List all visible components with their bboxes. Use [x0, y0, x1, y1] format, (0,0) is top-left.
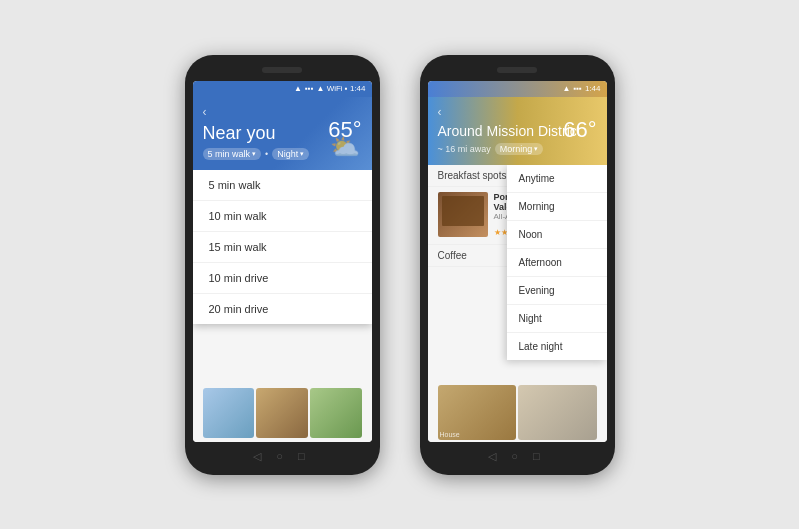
- wifi-icon-2: ▲: [562, 84, 570, 93]
- dropdown-item-4[interactable]: 10 min drive: [193, 263, 372, 294]
- distance-dropdown[interactable]: 5 min walk 10 min walk 15 min walk 10 mi…: [193, 170, 372, 324]
- dropdown-item-5[interactable]: 20 min drive: [193, 294, 372, 324]
- phone-2: ▲ ▪▪▪ 1:44 ‹ Around Mission District 66°…: [420, 55, 615, 475]
- time-1: ▲ WiFi ▪ 1:44: [317, 84, 366, 93]
- status-bar-2: ▲ ▪▪▪ 1:44: [428, 81, 607, 97]
- phone-1: ▲ ▪▪▪ ▲ WiFi ▪ 1:44 ‹ Near you 65° ⛅ 5 m…: [185, 55, 380, 475]
- dropdown-item-3[interactable]: 15 min walk: [193, 232, 372, 263]
- signal-icon-2: ▪▪▪: [573, 84, 582, 93]
- phone-1-header: ‹ Near you 65° ⛅ 5 min walk • Night: [193, 97, 372, 171]
- phone-1-screen: ▲ ▪▪▪ ▲ WiFi ▪ 1:44 ‹ Near you 65° ⛅ 5 m…: [193, 81, 372, 442]
- thumb-label-1: House: [440, 431, 460, 438]
- dist-label-2: ~ 16 mi away: [438, 144, 491, 154]
- status-icons-2: ▲ ▪▪▪ 1:44: [562, 84, 600, 93]
- thumb-3: [310, 388, 362, 438]
- time-item-noon[interactable]: Noon: [507, 221, 607, 249]
- time-item-morning[interactable]: Morning: [507, 193, 607, 221]
- wifi-icon: ▲: [294, 84, 302, 93]
- time-pill-2[interactable]: Morning: [495, 143, 544, 155]
- phone-1-content: E... Mission MORE ...eeth & the Electric…: [193, 170, 372, 441]
- phone-2-temp: 66°: [563, 117, 596, 143]
- thumb-2: [256, 388, 308, 438]
- weather-icon-1: ⛅: [330, 133, 360, 161]
- separator-1: •: [265, 149, 268, 159]
- status-bar-1: ▲ ▪▪▪ ▲ WiFi ▪ 1:44: [193, 81, 372, 97]
- time-item-night[interactable]: Night: [507, 305, 607, 333]
- phone-2-header: ‹ Around Mission District 66° ~ 16 mi aw…: [428, 97, 607, 166]
- time-item-afternoon[interactable]: Afternoon: [507, 249, 607, 277]
- dropdown-item-2[interactable]: 10 min walk: [193, 201, 372, 232]
- place-thumb-1: [438, 192, 488, 237]
- phone-2-subtitle: ~ 16 mi away Morning: [438, 143, 597, 155]
- signal-icon: ▪▪▪: [305, 84, 314, 93]
- dropdown-item-1[interactable]: 5 min walk: [193, 170, 372, 201]
- time-item-late-night[interactable]: Late night: [507, 333, 607, 360]
- coffee-thumb-1: House: [438, 385, 517, 440]
- phone-2-content: Breakfast spots Pork Store Cafe Valencia…: [428, 165, 607, 441]
- thumb-row-1: [193, 388, 372, 438]
- time-dropdown[interactable]: Anytime Morning Noon Afternoon Evening N…: [507, 165, 607, 360]
- thumb-1: [203, 388, 255, 438]
- time-2: 1:44: [585, 84, 601, 93]
- time-item-anytime[interactable]: Anytime: [507, 165, 607, 193]
- thumb-row-2: House: [428, 385, 607, 440]
- cat-label-2: Coffee: [438, 250, 467, 261]
- status-icons-1: ▲ ▪▪▪ ▲ WiFi ▪ 1:44: [294, 84, 365, 93]
- coffee-thumb-2: [518, 385, 597, 440]
- cat-label-1: Breakfast spots: [438, 170, 507, 181]
- time-item-evening[interactable]: Evening: [507, 277, 607, 305]
- thumb-inner: [442, 196, 484, 226]
- distance-pill-1[interactable]: 5 min walk: [203, 148, 262, 160]
- phone-2-screen: ▲ ▪▪▪ 1:44 ‹ Around Mission District 66°…: [428, 81, 607, 442]
- time-pill-1[interactable]: Night: [272, 148, 309, 160]
